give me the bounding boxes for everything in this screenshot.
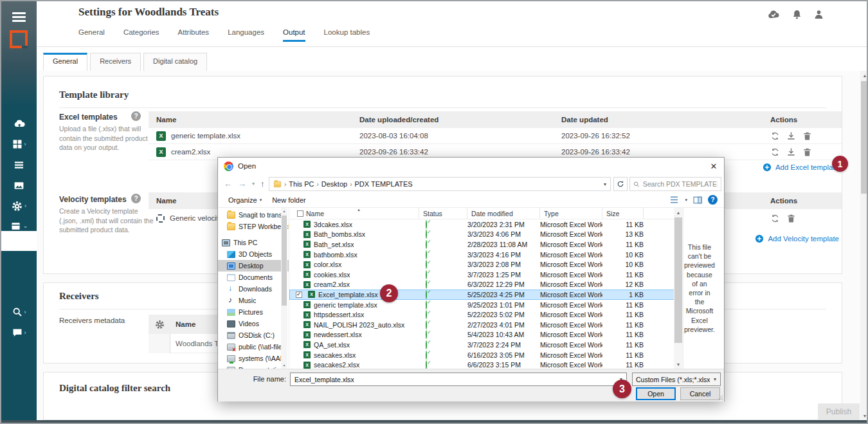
search-input[interactable] (643, 180, 718, 188)
chevron-down-icon[interactable]: ▾ (685, 198, 687, 203)
dialog-sidebar-item[interactable]: Documents (218, 272, 289, 283)
sidebar-item-media[interactable] (1, 176, 37, 195)
file-type-filter-dropdown[interactable]: Custom Files (*.xls;*.xlsx;*.xlsm ▾ (632, 373, 721, 386)
scroll-up-icon[interactable]: ▲ (860, 71, 868, 80)
col-date-modified[interactable]: Date modified (467, 208, 540, 219)
breadcrumb-item[interactable]: ›Desktop (316, 180, 347, 188)
file-row[interactable]: color.xlsx 3/3/2023 2:08 PM Microsoft Ex… (289, 259, 683, 270)
open-button[interactable]: Open (636, 387, 676, 400)
help-icon[interactable]: ? (131, 194, 141, 203)
scrollbar-thumb[interactable] (861, 81, 868, 194)
sidebar-scrollbar[interactable]: ▲ ▼ (281, 208, 287, 369)
scroll-down-icon[interactable]: ▼ (281, 362, 287, 369)
inriver-logo-icon[interactable] (10, 30, 28, 48)
add-excel-template-button[interactable]: Add Excel template (763, 163, 839, 172)
replace-template-icon[interactable] (770, 147, 780, 157)
sidebar-item-dashboard[interactable]: › (1, 134, 37, 154)
dialog-sidebar-item[interactable]: Downloads (218, 283, 289, 295)
scroll-down-icon[interactable]: ▼ (860, 411, 868, 420)
dialog-sidebar-item[interactable]: public (\\atl-file (218, 341, 289, 353)
main-tab[interactable]: Attributes (178, 28, 210, 42)
resize-grip[interactable] (716, 394, 723, 400)
file-row[interactable]: generic template.xlsx 9/25/2023 1:01 PM … (289, 300, 683, 310)
col-type[interactable]: Type (540, 208, 602, 219)
subtab[interactable]: General (43, 53, 87, 71)
publish-button[interactable]: Publish (818, 403, 860, 420)
refresh-icon[interactable] (613, 177, 628, 191)
file-row[interactable]: httpsdessert.xlsx 5/22/2023 5:02 PM Micr… (289, 309, 683, 320)
dialog-sidebar-item[interactable]: Videos (218, 318, 289, 329)
dialog-titlebar[interactable]: Open (218, 158, 724, 174)
new-folder-button[interactable]: New folder (272, 196, 306, 204)
file-row[interactable]: NAIL_POLISH 2023_auto.xlsx 2/27/2023 4:0… (289, 320, 683, 330)
download-template-icon[interactable] (786, 131, 796, 141)
dialog-sidebar-item[interactable]: systems (\\AAR- (218, 353, 289, 364)
main-tab[interactable]: Categories (123, 28, 159, 42)
address-dropdown-icon[interactable]: ▾ (604, 181, 606, 187)
address-bar[interactable]: ›This PC›Desktop›PDX TEMPLATES ▾ (269, 177, 611, 191)
dialog-sidebar-item[interactable]: OSDisk (C:) (218, 329, 289, 341)
sidebar-item-settings[interactable]: › (1, 196, 37, 216)
sidebar-item-messages[interactable]: › (1, 323, 37, 342)
breadcrumb-item[interactable]: ›PDX TEMPLATES (350, 180, 412, 188)
delete-template-icon[interactable] (786, 214, 796, 223)
sidebar-item-list[interactable] (1, 155, 37, 174)
delete-template-icon[interactable] (802, 147, 812, 157)
scroll-up-icon[interactable]: ▲ (281, 208, 287, 214)
subtab[interactable]: Receivers (90, 53, 141, 71)
dialog-sidebar-item[interactable]: Music (218, 295, 289, 306)
scroll-up-icon[interactable]: ▲ (674, 208, 683, 217)
dialog-sidebar-item[interactable]: Desktop (218, 260, 289, 272)
download-template-icon[interactable] (786, 147, 796, 157)
delete-template-icon[interactable] (802, 131, 812, 141)
main-tab[interactable]: Lookup tables (324, 28, 370, 42)
menu-icon[interactable] (12, 12, 26, 22)
col-size[interactable]: Size (602, 208, 644, 219)
add-velocity-template-button[interactable]: Add Velocity template (755, 234, 839, 243)
organize-button[interactable]: Organize▾ (228, 196, 262, 204)
file-checkbox[interactable] (296, 291, 302, 298)
col-name[interactable]: Name▲ (289, 208, 419, 219)
file-row[interactable]: Bath_bombs.xlsx 3/3/2023 4:06 PM Microso… (289, 230, 683, 240)
file-row[interactable]: Bath_set.xlsx 2/28/2023 11:08 AM Microso… (289, 239, 683, 250)
file-row[interactable]: QA_set.xlsx 3/7/2023 2:24 PM Microsoft E… (289, 340, 683, 350)
close-icon[interactable]: ✕ (703, 158, 724, 174)
sidebar-item-search[interactable]: › (1, 302, 37, 322)
dialog-sidebar-item[interactable] (218, 232, 289, 237)
file-row[interactable]: cream2.xlsx 6/3/2022 12:29 PM Microsoft … (289, 280, 683, 290)
search-box[interactable] (629, 177, 721, 191)
file-row[interactable]: 3dcakes.xlsx 3/20/2023 2:31 PM Microsoft… (289, 219, 683, 230)
preview-pane-icon[interactable] (693, 196, 702, 204)
scroll-down-icon[interactable]: ▼ (674, 360, 683, 369)
replace-template-icon[interactable] (770, 214, 780, 223)
back-icon[interactable]: ← (224, 179, 232, 189)
breadcrumb-item[interactable]: ›This PC (284, 180, 314, 188)
subtab[interactable]: Digital catalog (143, 53, 207, 71)
help-icon[interactable]: ? (708, 195, 718, 205)
view-mode-icon[interactable] (669, 196, 679, 204)
cancel-button[interactable]: Cancel (680, 387, 720, 400)
up-icon[interactable]: ↑ (260, 179, 265, 189)
cloud-sync-icon[interactable] (768, 9, 781, 19)
gear-icon[interactable] (155, 320, 165, 329)
main-tab[interactable]: General (78, 28, 105, 42)
help-icon[interactable]: ? (131, 111, 141, 121)
select-all-checkbox[interactable] (297, 210, 303, 217)
main-tab[interactable]: Languages (228, 28, 264, 42)
file-row[interactable]: newdessert.xlsx 5/4/2023 10:43 AM Micros… (289, 330, 683, 340)
file-row[interactable]: Excel_template.xlsx 5/25/2023 4:25 PM Mi… (289, 290, 683, 300)
file-row[interactable]: bathbomb.xlsx 3/3/2023 4:16 PM Microsoft… (289, 250, 683, 260)
file-name-input[interactable] (291, 376, 616, 383)
notifications-bell-icon[interactable] (791, 9, 802, 20)
page-scrollbar[interactable]: ▲ ▼ (860, 71, 868, 420)
forward-icon[interactable]: → (238, 179, 246, 189)
user-profile-icon[interactable] (813, 9, 824, 20)
sidebar-active-item[interactable] (1, 231, 37, 251)
replace-template-icon[interactable] (770, 131, 780, 141)
file-row[interactable]: seacakes2.xlsx 6/6/2023 3:15 PM Microsof… (289, 360, 683, 369)
col-status[interactable]: Status (419, 208, 467, 219)
file-row[interactable]: seacakes.xlsx 6/16/2023 3:05 PM Microsof… (289, 350, 683, 360)
dialog-sidebar-item[interactable]: Documentation' (218, 364, 289, 369)
sidebar-item-upload[interactable] (1, 114, 37, 133)
dialog-sidebar-item[interactable]: 3D Objects (218, 248, 289, 260)
